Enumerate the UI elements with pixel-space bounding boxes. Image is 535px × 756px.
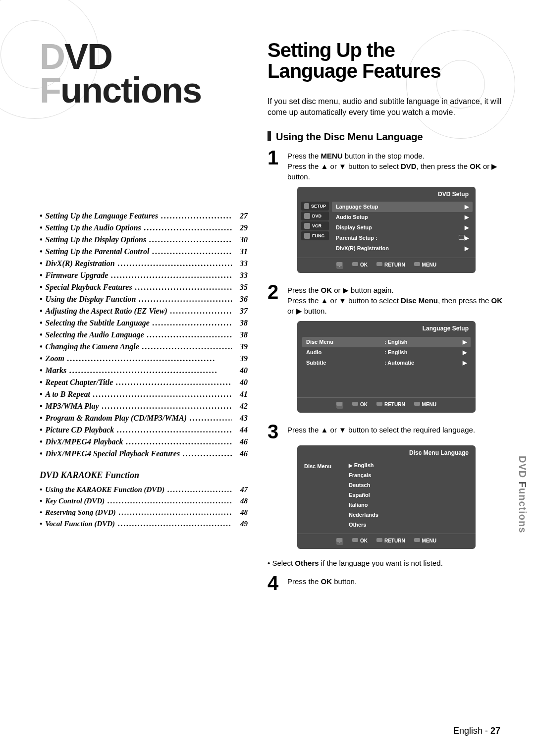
toc-label: Reserving Song (DVD) <box>45 508 116 517</box>
chevron-right-icon: ▶ <box>465 214 469 220</box>
toc-page: 33 <box>235 271 248 280</box>
toc-page: 35 <box>235 283 248 292</box>
nav-icon <box>336 402 343 409</box>
osd-footer: OK RETURN MENU <box>297 397 476 410</box>
chevron-right-icon: ▶ <box>463 360 467 366</box>
osd-language-option: Nederlands <box>345 510 473 520</box>
osd-menu-hint: MENU <box>414 262 436 269</box>
osd-title: Disc Menu Language <box>297 445 476 459</box>
page-number: English - 27 <box>453 726 500 736</box>
toc-label: Special Playback Features <box>46 283 132 292</box>
toc-label: Setting Up the Language Features <box>46 212 159 220</box>
osd-side-icon <box>304 233 310 239</box>
osd-side-icon <box>304 223 310 229</box>
toc-page: 38 <box>235 330 248 339</box>
toc-label: Setting Up the Display Options <box>46 235 147 244</box>
chapter-title: DVD Functions <box>40 40 248 108</box>
toc-row: •A to B Repeat41 <box>40 390 248 399</box>
toc-page: 41 <box>235 390 248 399</box>
chevron-right-icon: ▶ <box>465 204 469 210</box>
osd-menu-hint: MENU <box>414 402 436 409</box>
toc-row: •DivX/MPEG4 Playback46 <box>40 437 248 446</box>
toc-row: •Selecting the Audio Language38 <box>40 330 248 339</box>
toc-row: •Program & Random Play (CD/MP3/WMA)43 <box>40 414 248 423</box>
toc-label: Changing the Camera Angle <box>46 342 139 351</box>
toc-label: MP3/WMA Play <box>46 402 99 411</box>
toc-row: •Marks40 <box>40 366 248 375</box>
osd-side-icon <box>304 203 309 209</box>
toc-row: •Repeat Chapter/Title40 <box>40 378 248 387</box>
step-4: 4 Press the OK button. <box>268 574 505 592</box>
osd-menu-row: DivX(R) Registration▶ <box>332 243 473 254</box>
osd-menu-row: Audio Setup▶ <box>332 212 473 222</box>
note-others: • Select Others if the language you want… <box>268 559 505 567</box>
toc-label: Setting Up the Audio Options <box>46 223 141 232</box>
toc-row: •Special Playback Features35 <box>40 283 248 292</box>
toc-row: •Selecting the Subtitle Language38 <box>40 319 248 327</box>
toc-row: •MP3/WMA Play42 <box>40 402 248 411</box>
toc-row: •Firmware Upgrade33 <box>40 271 248 280</box>
chevron-right-icon: ▶ <box>465 235 469 241</box>
osd-language-option: Italiano <box>345 500 473 510</box>
osd-side-item: VCR <box>301 221 329 230</box>
toc-label: A to B Repeat <box>46 390 90 399</box>
osd-ok-hint: OK <box>352 262 368 269</box>
toc-row: •Key Control (DVD)48 <box>40 497 248 505</box>
toc-page: 38 <box>235 319 248 327</box>
osd-left-label: Disc Menu <box>300 460 345 530</box>
toc-row: •DivX/MPEG4 Special Playback Features46 <box>40 449 248 458</box>
osd-side-item: FUNC <box>301 231 329 240</box>
toc-label: Zoom <box>46 354 64 363</box>
osd-language-option: Deutsch <box>345 480 473 490</box>
osd-title: DVD Setup <box>297 187 476 201</box>
osd-side-item: DVD <box>301 212 329 220</box>
toc-page: 47 <box>235 486 248 494</box>
osd-language-option: Español <box>345 490 473 500</box>
toc-row: •Picture CD Playback44 <box>40 426 248 434</box>
karaoke-toc: •Using the KARAOKE Function (DVD)47•Key … <box>40 486 248 528</box>
osd-ok-hint: OK <box>352 402 368 409</box>
section-title: Setting Up the Language Features <box>268 40 505 81</box>
toc-label: Selecting the Audio Language <box>46 330 144 339</box>
osd-disc-menu-language: Disc Menu Language Disc Menu EnglishFran… <box>297 445 476 549</box>
toc-label: Setting Up the Parental Control <box>46 247 150 256</box>
toc-label: Using the Display Function <box>46 295 136 304</box>
osd-menu-row: Language Setup▶ <box>332 202 473 212</box>
toc-row: •Setting Up the Audio Options29 <box>40 223 248 232</box>
toc-page: 48 <box>235 497 248 505</box>
nav-icon <box>336 262 343 269</box>
chevron-right-icon: ▶ <box>463 349 467 356</box>
osd-menu-row: Subtitle: Automatic▶ <box>302 358 471 368</box>
karaoke-heading: DVD KARAOKE Function <box>40 470 248 481</box>
toc-page: 43 <box>235 414 248 423</box>
step-3: 3 Press the ▲ or ▼ button to select the … <box>268 423 505 440</box>
toc-label: DivX/MPEG4 Playback <box>46 437 123 446</box>
toc-page: 39 <box>235 342 248 351</box>
osd-dvd-setup: DVD Setup SETUPDVDVCRFUNC Language Setup… <box>297 187 476 273</box>
toc-page: 37 <box>235 307 248 316</box>
toc-label: Repeat Chapter/Title <box>46 378 113 387</box>
osd-menu-row: Disc Menu: English▶ <box>302 337 471 347</box>
step-2: 2 Press the OK or ▶ button again. Press … <box>268 283 505 316</box>
toc-label: DivX(R) Registration <box>46 259 115 268</box>
toc-page: 49 <box>235 520 248 528</box>
toc-page: 27 <box>235 212 248 220</box>
osd-side-icon <box>304 213 310 219</box>
osd-return-hint: RETURN <box>376 402 405 409</box>
toc-label: Selecting the Subtitle Language <box>46 319 150 327</box>
toc-row: •Setting Up the Display Options30 <box>40 235 248 244</box>
toc-row: •Adjusting the Aspect Ratio (EZ View)37 <box>40 307 248 316</box>
osd-title: Language Setup <box>297 321 476 335</box>
toc-row: •Vocal Function (DVD)49 <box>40 520 248 528</box>
toc-row: •Zoom39 <box>40 354 248 363</box>
toc-page: 42 <box>235 402 248 411</box>
toc-label: Adjusting the Aspect Ratio (EZ View) <box>46 307 167 316</box>
toc-page: 36 <box>235 295 248 304</box>
osd-return-hint: RETURN <box>376 538 405 545</box>
toc-label: DivX/MPEG4 Special Playback Features <box>46 449 180 458</box>
toc-row: •Reserving Song (DVD)48 <box>40 508 248 517</box>
osd-language-option: Others <box>345 520 473 530</box>
chevron-right-icon: ▶ <box>465 245 469 252</box>
step-1: 1 Press the MENU button in the stop mode… <box>268 149 505 182</box>
toc-row: •Changing the Camera Angle39 <box>40 342 248 351</box>
